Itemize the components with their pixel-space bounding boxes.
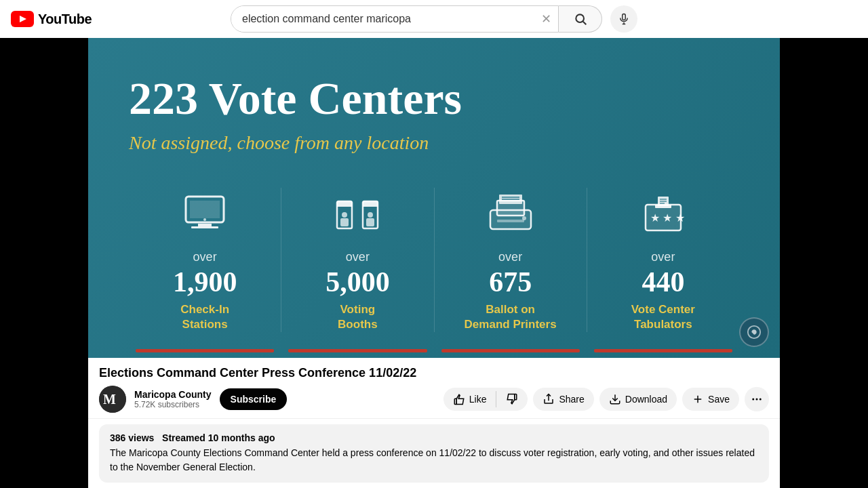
description-text: The Maricopa County Elections Command Ce… <box>110 446 758 474</box>
svg-rect-38 <box>515 394 517 400</box>
search-area: ✕ <box>231 5 637 33</box>
svg-point-43 <box>752 399 754 401</box>
share-icon <box>542 393 555 405</box>
printers-icon <box>477 188 545 242</box>
stat-bar-4 <box>594 349 732 352</box>
stat-item-printers: over 675 Ballot onDemand Printers <box>435 188 587 332</box>
like-button[interactable]: Like <box>443 388 496 411</box>
stat-bar-3 <box>441 349 580 352</box>
stream-time: Streamed 10 months ago <box>162 432 275 443</box>
stat-bar-2 <box>288 349 427 352</box>
stat-number-4: 440 <box>642 266 684 298</box>
stat-over-3: over <box>498 250 522 264</box>
microphone-button[interactable] <box>610 5 637 33</box>
svg-rect-19 <box>366 218 374 226</box>
video-player[interactable]: 223 Vote Centers Not assigned, choose fr… <box>88 38 780 358</box>
checkin-icon <box>171 188 239 242</box>
youtube-logo-icon <box>11 11 34 27</box>
stat-item-checkin: over 1,900 Check-InStations <box>129 188 281 332</box>
svg-rect-9 <box>198 224 212 226</box>
tabulators-icon: ★ ★ ★ <box>629 188 697 242</box>
main-content: 223 Vote Centers Not assigned, choose fr… <box>88 38 780 488</box>
video-slide: 223 Vote Centers Not assigned, choose fr… <box>88 38 780 358</box>
description-stats: 386 views Streamed 10 months ago <box>110 432 758 443</box>
search-icon <box>574 12 587 26</box>
svg-rect-17 <box>340 218 349 226</box>
svg-rect-37 <box>454 399 456 404</box>
stat-number-2: 5,000 <box>326 266 390 298</box>
overlay-watermark <box>739 317 769 347</box>
like-dislike-group: Like <box>443 388 528 411</box>
channel-subscribers: 5.72K subscribers <box>134 400 212 409</box>
video-title: Elections Command Center Press Conferenc… <box>99 366 769 380</box>
microphone-icon <box>618 13 630 25</box>
channel-name: Maricopa County <box>134 389 212 400</box>
stats-row: over 1,900 Check-InStations <box>129 188 739 332</box>
channel-info: Maricopa County 5.72K subscribers <box>134 389 212 409</box>
dislike-button[interactable] <box>496 388 528 411</box>
svg-rect-10 <box>191 226 218 228</box>
booths-icon <box>323 188 391 242</box>
slide-title: 223 Vote Centers <box>129 72 739 125</box>
search-bar: ✕ <box>231 5 559 33</box>
svg-point-45 <box>760 399 762 401</box>
stat-over-2: over <box>346 250 370 264</box>
description-section[interactable]: 386 views Streamed 10 months ago The Mar… <box>99 424 769 483</box>
logo-area: YouTube <box>11 11 119 27</box>
thumbs-up-icon <box>453 393 465 405</box>
download-icon <box>609 393 621 405</box>
download-label: Download <box>625 394 667 405</box>
more-options-button[interactable] <box>745 387 769 411</box>
video-info: Elections Command Center Press Conferenc… <box>88 358 780 419</box>
stat-number-1: 1,900 <box>173 266 237 298</box>
channel-left: M Maricopa County 5.72K subscribers Subs… <box>99 386 287 413</box>
youtube-logo-text: YouTube <box>38 12 92 27</box>
search-button[interactable] <box>559 5 602 33</box>
search-clear-button[interactable]: ✕ <box>534 12 558 26</box>
save-icon <box>692 393 704 405</box>
header: YouTube ✕ <box>0 0 868 38</box>
svg-rect-8 <box>190 201 220 218</box>
svg-rect-4 <box>623 14 626 20</box>
action-buttons: Like <box>443 387 769 411</box>
search-input[interactable] <box>231 6 534 32</box>
avatar-icon: M <box>99 386 126 413</box>
view-count: 386 views <box>110 432 154 443</box>
slide-subtitle: Not assigned, choose from any location <box>129 132 739 154</box>
right-sidebar <box>780 38 868 488</box>
stat-label-3: Ballot onDemand Printers <box>465 302 557 332</box>
svg-text:M: M <box>103 392 116 407</box>
download-button[interactable]: Download <box>599 388 677 411</box>
save-label: Save <box>708 394 730 405</box>
channel-avatar[interactable]: M <box>99 386 126 413</box>
svg-point-18 <box>368 212 373 218</box>
share-label: Share <box>559 394 584 405</box>
subscribe-button[interactable]: Subscribe <box>220 388 288 410</box>
svg-point-2 <box>576 14 584 22</box>
svg-rect-25 <box>497 220 524 222</box>
stat-label-2: VotingBooths <box>338 302 378 332</box>
svg-text:★ ★ ★: ★ ★ ★ <box>650 212 685 224</box>
stat-number-3: 675 <box>489 266 532 298</box>
svg-rect-15 <box>363 201 378 207</box>
stat-label-4: Vote CenterTabulators <box>631 302 695 332</box>
stat-bar-1 <box>136 349 274 352</box>
share-button[interactable]: Share <box>533 388 593 411</box>
like-label: Like <box>469 394 487 405</box>
stat-item-tabulators: ★ ★ ★ over 440 Vote CenterTabulators <box>587 188 739 332</box>
svg-point-11 <box>203 218 206 221</box>
stat-label-1: Check-InStations <box>180 302 229 332</box>
svg-point-44 <box>756 399 758 401</box>
more-icon <box>751 393 763 405</box>
save-button[interactable]: Save <box>682 388 739 411</box>
stat-over-1: over <box>193 250 217 264</box>
stat-over-4: over <box>651 250 675 264</box>
channel-row: M Maricopa County 5.72K subscribers Subs… <box>99 386 769 413</box>
svg-line-3 <box>583 22 586 25</box>
svg-point-16 <box>342 212 347 218</box>
svg-point-26 <box>522 216 526 220</box>
stat-item-booths: over 5,000 VotingBooths <box>281 188 434 332</box>
svg-rect-14 <box>337 201 352 207</box>
thumbs-down-icon <box>506 393 518 405</box>
left-sidebar <box>0 38 88 488</box>
